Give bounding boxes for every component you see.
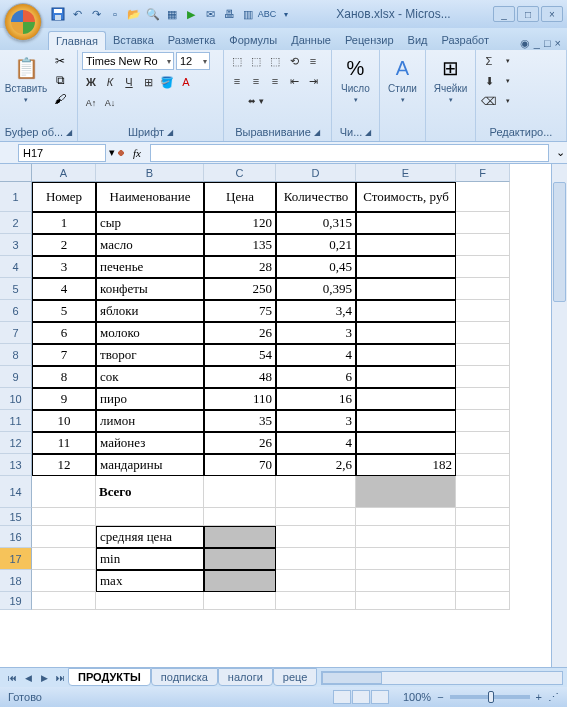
cell[interactable]: [356, 508, 456, 526]
help-icon[interactable]: ◉: [520, 37, 530, 50]
namebox-handle[interactable]: [118, 144, 124, 162]
undo-icon[interactable]: ↶: [69, 6, 85, 22]
cells-button[interactable]: ⊞Ячейки▾: [430, 52, 471, 105]
row-header-13[interactable]: 13: [0, 454, 32, 476]
row-header-7[interactable]: 7: [0, 322, 32, 344]
cell-cost[interactable]: [356, 234, 456, 256]
formula-expand-icon[interactable]: ⌄: [553, 146, 567, 159]
cell-cost[interactable]: [356, 300, 456, 322]
cell[interactable]: [456, 592, 510, 610]
styles-button[interactable]: AСтили▾: [384, 52, 421, 105]
fill-color-button[interactable]: 🪣: [158, 73, 176, 91]
cell-name[interactable]: конфеты: [96, 278, 204, 300]
ribbon-tab-6[interactable]: Вид: [401, 31, 435, 50]
cell-qty[interactable]: 16: [276, 388, 356, 410]
tab-nav-first-icon[interactable]: ⏮: [4, 670, 20, 686]
fx-button[interactable]: fx: [128, 147, 146, 159]
cell[interactable]: [32, 476, 96, 508]
sheet-tab-0[interactable]: ПРОДУКТЫ: [68, 668, 151, 686]
ribbon-tab-2[interactable]: Разметка: [161, 31, 223, 50]
align-bottom-button[interactable]: ⬚: [266, 52, 284, 70]
mdi-minimize-icon[interactable]: _: [534, 37, 540, 50]
cell-name[interactable]: масло: [96, 234, 204, 256]
maximize-button[interactable]: □: [517, 6, 539, 22]
cell-qty[interactable]: 0,21: [276, 234, 356, 256]
column-header-A[interactable]: A: [32, 164, 96, 182]
row-header-15[interactable]: 15: [0, 508, 32, 526]
cell-qty[interactable]: 3: [276, 322, 356, 344]
font-color-button[interactable]: A: [177, 73, 195, 91]
cell-qty[interactable]: 2,6: [276, 454, 356, 476]
cell-qty[interactable]: 4: [276, 432, 356, 454]
cell[interactable]: [276, 476, 356, 508]
cell-cost[interactable]: [356, 388, 456, 410]
cell[interactable]: [456, 322, 510, 344]
cut-icon[interactable]: ✂: [51, 52, 69, 70]
row-header-17[interactable]: 17: [0, 548, 32, 570]
cell-price[interactable]: 250: [204, 278, 276, 300]
save-icon[interactable]: [50, 6, 66, 22]
new-icon[interactable]: ▫: [107, 6, 123, 22]
cell[interactable]: [32, 548, 96, 570]
cell[interactable]: [204, 508, 276, 526]
cell-name[interactable]: лимон: [96, 410, 204, 432]
dialog-launcher-icon[interactable]: ◢: [365, 128, 371, 137]
align-middle-button[interactable]: ⬚: [247, 52, 265, 70]
cell-cost[interactable]: [356, 344, 456, 366]
decrease-indent-button[interactable]: ⇤: [285, 72, 303, 90]
stat-value[interactable]: [204, 548, 276, 570]
cell-cost[interactable]: 182: [356, 454, 456, 476]
cell[interactable]: [204, 476, 276, 508]
resize-grip-icon[interactable]: ⋰: [548, 691, 559, 704]
row-header-18[interactable]: 18: [0, 570, 32, 592]
autosum-dropdown[interactable]: ▾: [499, 52, 517, 70]
row-header-2[interactable]: 2: [0, 212, 32, 234]
zoom-level[interactable]: 100%: [403, 691, 431, 703]
select-all-corner[interactable]: [0, 164, 32, 182]
mdi-restore-icon[interactable]: □: [544, 37, 551, 50]
cell[interactable]: [276, 592, 356, 610]
cell-qty[interactable]: 0,315: [276, 212, 356, 234]
cell-name[interactable]: мандарины: [96, 454, 204, 476]
view-pagebreak-button[interactable]: [371, 690, 389, 704]
cell[interactable]: [456, 212, 510, 234]
cell-name[interactable]: сыр: [96, 212, 204, 234]
cell-num[interactable]: 2: [32, 234, 96, 256]
dialog-launcher-icon[interactable]: ◢: [66, 128, 72, 137]
cell[interactable]: [456, 476, 510, 508]
cell-num[interactable]: 12: [32, 454, 96, 476]
formula-input[interactable]: [150, 144, 549, 162]
cell[interactable]: [456, 508, 510, 526]
cell[interactable]: [356, 592, 456, 610]
cell-price[interactable]: 120: [204, 212, 276, 234]
cell[interactable]: [276, 508, 356, 526]
cell-num[interactable]: 9: [32, 388, 96, 410]
cell-cost[interactable]: [356, 278, 456, 300]
cell-price[interactable]: 75: [204, 300, 276, 322]
column-header-C[interactable]: C: [204, 164, 276, 182]
cell-name[interactable]: яблоки: [96, 300, 204, 322]
cell-price[interactable]: 26: [204, 432, 276, 454]
cell-cost[interactable]: [356, 256, 456, 278]
column-header-D[interactable]: D: [276, 164, 356, 182]
email-icon[interactable]: ✉: [202, 6, 218, 22]
total-label[interactable]: Всего: [96, 476, 204, 508]
paste-button[interactable]: 📋 Вставить ▾: [4, 52, 48, 105]
column-header-E[interactable]: E: [356, 164, 456, 182]
cell-qty[interactable]: 3,4: [276, 300, 356, 322]
align-left-button[interactable]: ≡: [228, 72, 246, 90]
minimize-button[interactable]: _: [493, 6, 515, 22]
redo-icon[interactable]: ↷: [88, 6, 104, 22]
cell[interactable]: [276, 548, 356, 570]
dialog-launcher-icon[interactable]: ◢: [314, 128, 320, 137]
cell-cost[interactable]: [356, 366, 456, 388]
header-cell[interactable]: Стоимость, руб: [356, 182, 456, 212]
clear-button[interactable]: ⌫: [480, 92, 498, 110]
cell[interactable]: [356, 526, 456, 548]
view-normal-button[interactable]: [333, 690, 351, 704]
cell[interactable]: [456, 388, 510, 410]
cell-price[interactable]: 70: [204, 454, 276, 476]
tab-nav-next-icon[interactable]: ▶: [36, 670, 52, 686]
cell-num[interactable]: 1: [32, 212, 96, 234]
scrollbar-thumb[interactable]: [322, 672, 382, 684]
